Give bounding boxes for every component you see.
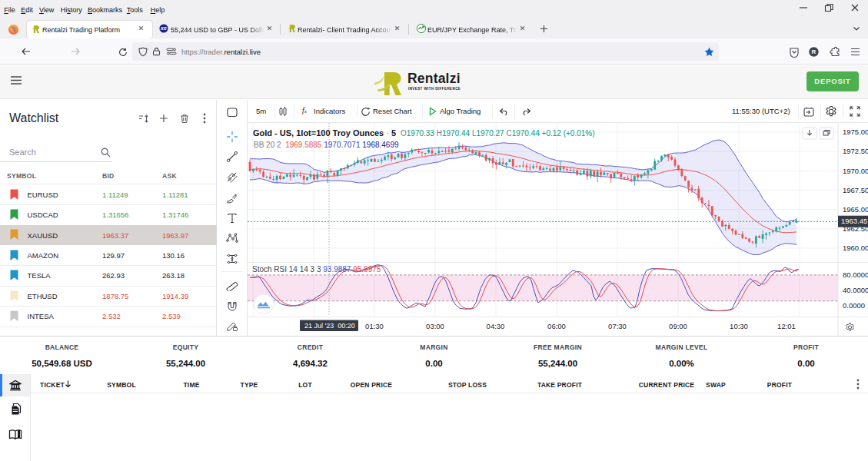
svg-text:21 Jul '23 00:20: 21 Jul '23 00:20 — [304, 322, 355, 330]
svg-text:09:00: 09:00 — [669, 322, 687, 330]
svg-text:80.0000: 80.0000 — [843, 270, 868, 279]
svg-text:R: R — [812, 48, 816, 55]
svg-text:1975.00: 1975.00 — [843, 128, 868, 136]
svg-text:10:30: 10:30 — [730, 322, 748, 330]
svg-text:12:01: 12:01 — [777, 322, 796, 330]
svg-text:0.0000: 0.0000 — [843, 301, 865, 310]
svg-text:1960.00: 1960.00 — [843, 244, 868, 252]
svg-text:04:30: 04:30 — [487, 322, 505, 330]
svg-text:03:00: 03:00 — [426, 322, 444, 330]
svg-text:40.0000: 40.0000 — [843, 286, 868, 294]
svg-text:06:00: 06:00 — [547, 322, 566, 330]
svg-text:07:30: 07:30 — [608, 322, 627, 330]
svg-text:1970.00: 1970.00 — [843, 167, 868, 175]
svg-text:xe: xe — [160, 25, 167, 31]
svg-text:1967.50: 1967.50 — [843, 186, 868, 194]
svg-text:01:30: 01:30 — [365, 322, 384, 330]
svg-text:1963.45: 1963.45 — [841, 217, 867, 225]
svg-text:1965.00: 1965.00 — [843, 205, 868, 214]
svg-text:1972.50: 1972.50 — [843, 147, 868, 155]
